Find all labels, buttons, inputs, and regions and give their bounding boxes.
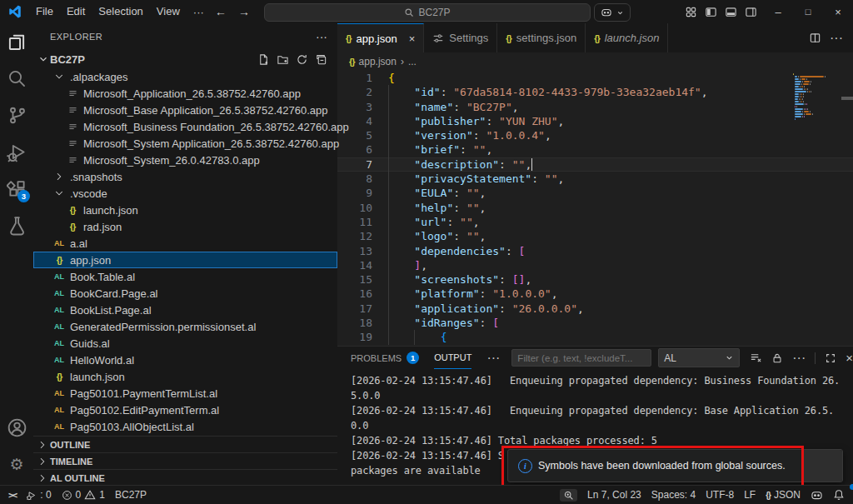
tree-item[interactable]: Microsoft_Application_26.5.38752.42760.a… xyxy=(33,85,337,102)
activitybar-source-control[interactable] xyxy=(0,97,33,133)
code-line[interactable]: 2 "id": "67da5814-8102-4433-979b-33ea32a… xyxy=(337,85,853,99)
code-line[interactable]: 8 "privacyStatement": "", xyxy=(337,172,853,186)
breadcrumb[interactable]: {} app.json › ... xyxy=(337,52,853,71)
menu-view[interactable]: View xyxy=(150,0,187,23)
sidebar-section-outline[interactable]: OUTLINE xyxy=(33,436,337,452)
tab-settings-json[interactable]: {}settings.json xyxy=(497,23,586,52)
tree-item[interactable]: ALBookList.Page.al xyxy=(33,302,337,318)
copilot-status[interactable] xyxy=(806,486,828,504)
collapse-all-icon[interactable] xyxy=(315,53,327,66)
code-line[interactable]: 4 "publisher": "YUN ZHU", xyxy=(337,114,853,128)
tree-item[interactable]: ALGuids.al xyxy=(33,335,337,352)
sidebar-section-timeline[interactable]: TIMELINE xyxy=(33,452,337,469)
tree-item[interactable]: Microsoft_Base Application_26.5.38752.42… xyxy=(33,102,337,118)
indentation-status[interactable]: Spaces: 4 xyxy=(646,486,701,504)
activitybar-search[interactable] xyxy=(0,60,33,97)
tree-item[interactable]: {}launch.json xyxy=(33,202,337,218)
clear-output-icon[interactable] xyxy=(750,352,762,364)
code-line[interactable]: 15 "screenshots": [], xyxy=(337,272,853,287)
tree-item[interactable]: .alpackages xyxy=(33,68,337,85)
code-line[interactable]: 7 "description": "", xyxy=(337,157,853,172)
maximize-panel-icon[interactable] xyxy=(825,352,836,364)
tree-item[interactable]: Microsoft_Business Foundation_26.5.38752… xyxy=(33,118,337,135)
code-line[interactable]: 11 "url": "", xyxy=(337,215,853,229)
activitybar-extensions[interactable]: 3 xyxy=(0,170,33,207)
minimize-button[interactable]: – xyxy=(763,0,793,23)
notifications-bell[interactable] xyxy=(828,486,853,504)
tree-item[interactable]: Microsoft_System Application_26.5.38752.… xyxy=(33,135,337,152)
notification-toast[interactable]: i Symbols have been downloaded from glob… xyxy=(507,449,843,482)
sidebar-section-al-outline[interactable]: AL OUTLINE xyxy=(33,469,337,486)
nav-back-icon[interactable]: ← xyxy=(215,5,227,18)
activitybar-explorer[interactable] xyxy=(0,23,33,60)
code-view[interactable]: 1 { 2 "id": "67da5814-8102-4433-979b-33e… xyxy=(337,71,853,346)
code-line[interactable]: 6 "brief": "", xyxy=(337,142,853,157)
scrollbar-marker[interactable] xyxy=(841,97,853,100)
tree-item[interactable]: ALPag50103.AllObjectList.al xyxy=(33,418,337,435)
editor-more-icon[interactable]: ··· xyxy=(830,31,843,46)
problems-status[interactable]: 0 1 xyxy=(57,486,110,504)
close-panel-icon[interactable]: × xyxy=(846,351,853,365)
split-editor-icon[interactable] xyxy=(809,32,821,44)
project-indicator[interactable]: BC27P xyxy=(110,486,152,504)
code-line[interactable]: 13 "dependencies": [ xyxy=(337,244,853,258)
maximize-button[interactable]: □ xyxy=(793,0,823,23)
code-line[interactable]: 16 "platform": "1.0.0.0", xyxy=(337,287,853,301)
code-line[interactable]: 17 "application": "26.0.0.0", xyxy=(337,302,853,316)
activitybar-testing[interactable] xyxy=(0,207,33,243)
tree-item[interactable]: ALGeneratedPermission.permissionset.al xyxy=(33,318,337,335)
lock-scroll-icon[interactable] xyxy=(771,352,783,364)
close-tab-icon[interactable]: × xyxy=(409,32,416,45)
refresh-icon[interactable] xyxy=(296,53,308,66)
remote-indicator[interactable]: >< xyxy=(0,486,21,504)
project-root-row[interactable]: BC27P xyxy=(33,50,337,68)
code-line[interactable]: 10 "help": "", xyxy=(337,201,853,215)
tree-item[interactable]: .snapshots xyxy=(33,168,337,185)
toggle-secondary-sidebar-icon[interactable] xyxy=(745,6,757,18)
tree-item[interactable]: ALBookCard.Page.al xyxy=(33,285,337,302)
menu-file[interactable]: File xyxy=(29,0,60,23)
panel-more-icon[interactable]: ··· xyxy=(486,351,500,366)
new-folder-icon[interactable] xyxy=(277,53,289,66)
code-line[interactable]: 12 "logo": "", xyxy=(337,229,853,243)
tree-item[interactable]: .vscode xyxy=(33,185,337,202)
minimap[interactable] xyxy=(793,73,840,121)
panel-tab-problems[interactable]: PROBLEMS 1 xyxy=(351,347,419,369)
customize-layout-icon[interactable] xyxy=(685,6,697,18)
tree-item[interactable]: ALPag50102.EditPaymentTerm.al xyxy=(33,402,337,418)
tree-item[interactable]: ALa.al xyxy=(33,235,337,252)
close-window-button[interactable]: × xyxy=(823,0,853,23)
new-file-icon[interactable] xyxy=(257,53,270,66)
menu-more[interactable]: ··· xyxy=(187,6,211,18)
output-filter-input[interactable] xyxy=(511,349,651,367)
code-line[interactable]: 9 "EULA": "", xyxy=(337,186,853,200)
output-channel-select[interactable]: AL xyxy=(658,348,740,367)
code-line[interactable]: 3 "name": "BC27P", xyxy=(337,100,853,114)
activitybar-run-debug[interactable] xyxy=(0,133,33,170)
menu-selection[interactable]: Selection xyxy=(92,0,149,23)
command-center-search[interactable]: BC27P xyxy=(264,3,591,22)
code-line[interactable]: 5 "version": "1.0.0.4", xyxy=(337,128,853,142)
tree-item[interactable]: ALPag50101.PaymentTermList.al xyxy=(33,385,337,402)
code-line[interactable]: 14 ], xyxy=(337,258,853,272)
tab-launch-json[interactable]: {}launch.json xyxy=(586,23,668,52)
nav-forward-icon[interactable]: → xyxy=(238,5,250,18)
tree-item[interactable]: {}launch.json xyxy=(33,368,337,385)
explorer-more-icon[interactable]: ··· xyxy=(316,30,327,43)
toggle-panel-icon[interactable] xyxy=(725,6,737,18)
panel-actions-more-icon[interactable]: ··· xyxy=(792,351,806,366)
encoding-status[interactable]: UTF-8 xyxy=(701,486,739,504)
tree-item[interactable]: {}app.json xyxy=(33,252,337,268)
tree-item[interactable]: {}rad.json xyxy=(33,218,337,235)
copilot-button[interactable] xyxy=(594,3,631,22)
toggle-sidebar-icon[interactable] xyxy=(705,6,717,18)
tab-app-json[interactable]: {}app.json × xyxy=(337,23,424,52)
zoom-status[interactable] xyxy=(555,486,582,504)
code-line[interactable]: 1 { xyxy=(337,71,853,85)
activitybar-settings[interactable]: ⚙ xyxy=(0,446,33,482)
tree-item[interactable]: ALHelloWorld.al xyxy=(33,352,337,368)
activitybar-account[interactable] xyxy=(0,409,33,446)
debug-status[interactable]: : 0 xyxy=(21,486,56,504)
tree-item[interactable]: ALBook.Table.al xyxy=(33,268,337,285)
code-line[interactable]: 18 "idRanges": [ xyxy=(337,316,853,330)
